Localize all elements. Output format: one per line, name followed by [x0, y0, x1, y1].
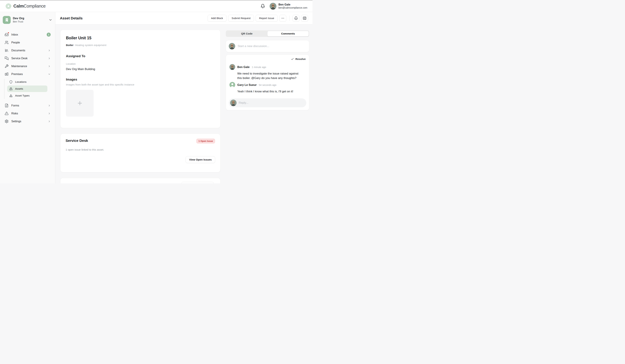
current-user-avatar: [230, 100, 237, 106]
comment-author-row: Gary Le Sueur 54 seconds ago: [229, 82, 306, 88]
view-open-issues-button[interactable]: View Open Issues: [186, 156, 215, 163]
comment-timestamp: 1 minute ago: [252, 66, 266, 68]
sidebar-item-documents[interactable]: Documents: [3, 47, 52, 54]
more-options-icon: [281, 16, 284, 20]
reply-input[interactable]: [239, 101, 305, 105]
sidebar-item-people[interactable]: People: [3, 39, 52, 46]
comment-text: We need to investigate the issue raised …: [237, 71, 298, 80]
notifications-bell-icon[interactable]: [260, 4, 265, 9]
bell-icon: [294, 16, 298, 20]
app-header: CalmCompliance Ben Gale ben@calmcomplian…: [0, 0, 312, 12]
assigned-to-heading: Assigned To: [66, 54, 215, 58]
plus-icon: [77, 100, 83, 106]
location-value: Dev Org Main Building: [66, 67, 215, 71]
app-window: CalmCompliance Ben Gale ben@calmcomplian…: [0, 0, 312, 183]
location-label: Location: [66, 62, 215, 65]
asset-type: Boiler: [66, 44, 73, 47]
sidebar-item-locations[interactable]: Locations: [7, 79, 47, 85]
next-card-partial: [60, 178, 220, 183]
chevron-right-icon: [48, 104, 51, 107]
panel-right-icon: [303, 16, 307, 20]
open-issue-badge: 1 Open Issue: [196, 139, 215, 144]
chevron-down-icon: [49, 18, 52, 22]
sidebar-item-label: People: [11, 41, 51, 44]
brand-name-bold: Calm: [13, 4, 24, 8]
sidebar: Dev Org Ben Trust Inbox 1: [0, 12, 55, 183]
submit-request-button[interactable]: Submit Request: [228, 15, 254, 22]
sidebar-item-label: Asset Types: [15, 94, 46, 97]
tab-comments[interactable]: Comments: [267, 31, 309, 36]
page-title: Asset Details: [60, 16, 83, 20]
wrench-icon: [4, 64, 9, 68]
open-issue-summary: 1 open issue linked to this asset.: [65, 148, 215, 151]
sidebar-item-asset-types[interactable]: Asset Types: [7, 92, 47, 99]
brand-name: CalmCompliance: [13, 4, 46, 9]
comment-author-avatar: [229, 64, 235, 70]
toggle-side-panel-button[interactable]: [301, 15, 308, 22]
org-switcher[interactable]: Dev Org Ben Trust: [3, 16, 52, 24]
org-name: Dev Org: [13, 17, 46, 20]
shapes-icon: [9, 94, 13, 97]
comment-author-avatar: [229, 82, 235, 88]
brand-mark-icon: [5, 3, 12, 9]
premises-building-icon: [4, 72, 9, 76]
sidebar-item-service-desk[interactable]: Service Desk: [3, 55, 52, 62]
comment-author-name: Gary Le Sueur: [237, 83, 257, 86]
partial-card-button[interactable]: [182, 182, 214, 183]
new-discussion-input[interactable]: [238, 44, 306, 48]
gear-icon: [4, 119, 9, 123]
panel-tabs: QR Code Comments: [226, 30, 309, 37]
comment-text: Yeah I think I know what this is, I'll g…: [237, 89, 306, 94]
org-avatar: [3, 16, 11, 24]
sidebar-item-inbox[interactable]: Inbox 1: [3, 31, 52, 38]
chat-bubbles-icon: [4, 56, 9, 61]
check-icon: [291, 58, 294, 61]
premises-subnav: Locations Assets: [0, 78, 55, 100]
reply-bar: [229, 98, 306, 107]
sidebar-item-forms[interactable]: Forms: [3, 102, 52, 109]
org-subtitle: Ben Trust: [13, 20, 46, 23]
content-area: Boiler Unit 15 BoilerHeating system equi…: [56, 25, 312, 183]
map-pin-icon: [9, 80, 13, 84]
user-avatar: [270, 3, 277, 10]
current-user-avatar: [229, 43, 235, 49]
cards-column: Boiler Unit 15 BoilerHeating system equi…: [60, 30, 220, 183]
chevron-right-icon: [48, 65, 51, 68]
sidebar-item-label: Inbox: [11, 33, 44, 36]
user-name: Ben Gale: [279, 3, 307, 6]
comment-author-name: Ben Gale: [237, 65, 250, 68]
sidebar-item-label: Assets: [15, 87, 46, 90]
sidebar-item-label: Settings: [11, 120, 45, 123]
sidebar-item-premises[interactable]: Premises: [3, 70, 52, 78]
tab-qr-code[interactable]: QR Code: [226, 31, 267, 36]
asset-type-description: Heating system equipment: [75, 44, 106, 47]
main-area: Asset Details Add Block Submit Request R…: [56, 12, 312, 183]
app-logo: CalmCompliance: [5, 3, 46, 9]
chevron-right-icon: [48, 57, 51, 60]
comment-thread-card: Resolve Ben Gale 1 minute ago We need to…: [226, 55, 309, 110]
new-discussion-card: [226, 40, 309, 52]
user-email: ben@calmcompliance.com: [279, 6, 307, 9]
people-icon: [4, 40, 9, 45]
boxes-icon: [9, 87, 13, 91]
sidebar-item-label: Documents: [11, 49, 45, 52]
building-icon: [4, 18, 9, 22]
report-issue-button[interactable]: Report Issue: [256, 15, 278, 22]
chevron-down-icon: [48, 73, 51, 76]
sidebar-item-assets[interactable]: Assets: [7, 86, 47, 92]
add-block-button[interactable]: Add Block: [208, 15, 226, 22]
asset-title: Boiler Unit 15: [66, 36, 215, 40]
user-menu[interactable]: Ben Gale ben@calmcompliance.com: [270, 3, 307, 10]
unread-dot: [7, 32, 9, 34]
more-options-button[interactable]: [279, 15, 286, 22]
sidebar-item-maintenance[interactable]: Maintenance: [3, 62, 52, 70]
brand-name-light: Compliance: [24, 4, 46, 8]
sidebar-item-label: Forms: [11, 104, 45, 107]
page-notifications-button[interactable]: [293, 15, 299, 22]
sidebar-item-risks[interactable]: Risks: [3, 110, 52, 117]
sidebar-item-settings[interactable]: Settings: [3, 118, 52, 125]
add-image-tile[interactable]: [66, 90, 94, 117]
inbox-icon: [4, 33, 9, 37]
chevron-right-icon: [48, 49, 51, 52]
resolve-button[interactable]: Resolve: [229, 58, 306, 61]
